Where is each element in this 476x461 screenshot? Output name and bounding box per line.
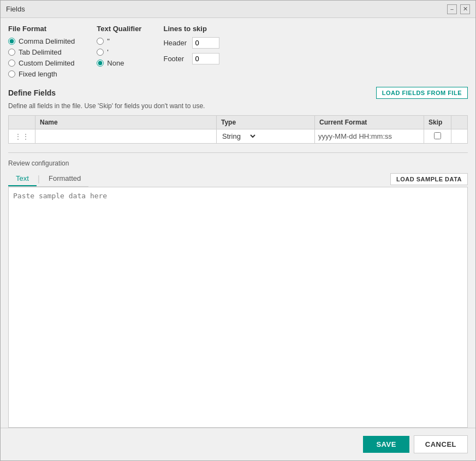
title-bar: Fields − ✕ bbox=[1, 1, 475, 18]
tab-formatted[interactable]: Formatted bbox=[41, 172, 88, 186]
type-select[interactable]: String Integer Float Date Boolean bbox=[220, 132, 257, 141]
radio-comma[interactable]: Comma Delimited bbox=[8, 37, 75, 45]
row-type-cell: String Integer Float Date Boolean bbox=[217, 129, 315, 144]
radio-double-quote[interactable]: " bbox=[97, 37, 141, 45]
load-sample-button[interactable]: LOAD SAMPLE DATA bbox=[390, 173, 468, 185]
radio-tab-input[interactable] bbox=[8, 49, 15, 56]
footer-row: Footer bbox=[163, 53, 219, 64]
table-header-row: Name Type Current Format Skip bbox=[9, 116, 468, 129]
radio-fixed-input[interactable] bbox=[8, 70, 15, 78]
header-label: Header bbox=[163, 39, 188, 47]
review-config-title: Review configuration bbox=[8, 159, 468, 167]
col-skip: Skip bbox=[424, 116, 451, 129]
define-fields-title: Define Fields bbox=[8, 88, 56, 97]
top-section: File Format Comma Delimited Tab Delimite… bbox=[8, 25, 468, 78]
radio-comma-input[interactable] bbox=[8, 38, 15, 45]
footer-input[interactable] bbox=[192, 53, 219, 64]
table-row: ⋮⋮ String Integer Float bbox=[9, 129, 468, 144]
radio-single-quote-input[interactable] bbox=[97, 49, 104, 56]
current-format-value: yyyy-MM-dd HH:mm:ss bbox=[318, 132, 392, 140]
radio-tab[interactable]: Tab Delimited bbox=[8, 48, 75, 56]
lines-skip-inputs: Header Footer bbox=[163, 37, 219, 64]
col-actions bbox=[451, 116, 468, 129]
radio-tab-label: Tab Delimited bbox=[19, 48, 62, 56]
save-button[interactable]: SAVE bbox=[363, 436, 409, 453]
radio-single-quote-label: ' bbox=[107, 48, 108, 56]
row-format-cell[interactable]: yyyy-MM-dd HH:mm:ss bbox=[315, 129, 424, 144]
col-name: Name bbox=[35, 116, 217, 129]
lines-to-skip-group: Lines to skip Header Footer bbox=[163, 25, 219, 78]
cancel-button[interactable]: CANCEL bbox=[414, 435, 468, 453]
review-config-section: Review configuration Text | Formatted LO… bbox=[8, 159, 468, 428]
tab-separator: | bbox=[38, 174, 40, 184]
type-select-container: String Integer Float Date Boolean bbox=[220, 132, 311, 141]
header-row: Header bbox=[163, 37, 219, 49]
header-input[interactable] bbox=[192, 37, 219, 49]
radio-custom-label: Custom Delimited bbox=[19, 59, 75, 67]
review-tabs-row: Text | Formatted LOAD SAMPLE DATA bbox=[8, 172, 468, 187]
file-format-group: File Format Comma Delimited Tab Delimite… bbox=[8, 25, 75, 78]
text-qualifier-heading: Text Qualifier bbox=[97, 25, 141, 33]
row-name-input[interactable] bbox=[39, 132, 213, 140]
sample-data-area bbox=[8, 187, 468, 428]
radio-fixed[interactable]: Fixed length bbox=[8, 70, 75, 78]
radio-double-quote-input[interactable] bbox=[97, 38, 104, 45]
radio-none-input[interactable] bbox=[97, 60, 104, 67]
col-drag bbox=[9, 116, 35, 129]
sample-data-textarea[interactable] bbox=[13, 192, 463, 423]
radio-single-quote[interactable]: ' bbox=[97, 48, 141, 56]
define-fields-section: Define Fields LOAD FIELDS FROM FILE Defi… bbox=[8, 87, 468, 428]
load-fields-button[interactable]: LOAD FIELDS FROM FILE bbox=[376, 87, 468, 99]
fields-table-area: Name Type Current Format Skip ⋮⋮ bbox=[8, 115, 468, 144]
fields-dialog: Fields − ✕ File Format Comma Delimited T… bbox=[0, 0, 476, 461]
radio-fixed-label: Fixed length bbox=[19, 70, 57, 78]
bottom-bar: SAVE CANCEL bbox=[1, 428, 475, 460]
section-divider bbox=[8, 152, 468, 153]
minimize-button[interactable]: − bbox=[447, 4, 457, 14]
file-format-heading: File Format bbox=[8, 25, 75, 33]
lines-to-skip-heading: Lines to skip bbox=[163, 25, 219, 33]
file-format-options: Comma Delimited Tab Delimited Custom Del… bbox=[8, 37, 75, 78]
fields-table: Name Type Current Format Skip ⋮⋮ bbox=[8, 115, 468, 144]
radio-none[interactable]: None bbox=[97, 59, 141, 67]
row-name-cell[interactable] bbox=[35, 129, 217, 144]
close-button[interactable]: ✕ bbox=[460, 4, 470, 14]
row-extra-cell bbox=[451, 129, 468, 144]
row-drag-handle[interactable]: ⋮⋮ bbox=[9, 129, 35, 144]
define-fields-description: Define all fields in the file. Use 'Skip… bbox=[8, 102, 468, 110]
radio-custom-input[interactable] bbox=[8, 60, 15, 67]
skip-checkbox[interactable] bbox=[434, 132, 441, 139]
radio-comma-label: Comma Delimited bbox=[19, 37, 75, 45]
text-qualifier-group: Text Qualifier " ' None bbox=[97, 25, 141, 78]
text-qualifier-options: " ' None bbox=[97, 37, 141, 67]
define-fields-header: Define Fields LOAD FIELDS FROM FILE bbox=[8, 87, 468, 99]
window-title: Fields bbox=[6, 5, 25, 13]
tabs-container: Text | Formatted bbox=[8, 172, 88, 187]
tab-text[interactable]: Text bbox=[8, 172, 37, 186]
row-skip-cell[interactable] bbox=[424, 129, 451, 144]
radio-none-label: None bbox=[107, 59, 124, 67]
drag-handle-icon: ⋮⋮ bbox=[12, 132, 32, 141]
radio-double-quote-label: " bbox=[107, 37, 110, 45]
footer-label: Footer bbox=[163, 55, 188, 63]
window-controls: − ✕ bbox=[447, 4, 470, 14]
radio-custom[interactable]: Custom Delimited bbox=[8, 59, 75, 67]
dialog-content: File Format Comma Delimited Tab Delimite… bbox=[1, 18, 475, 428]
col-current-format: Current Format bbox=[315, 116, 424, 129]
col-type: Type bbox=[217, 116, 315, 129]
